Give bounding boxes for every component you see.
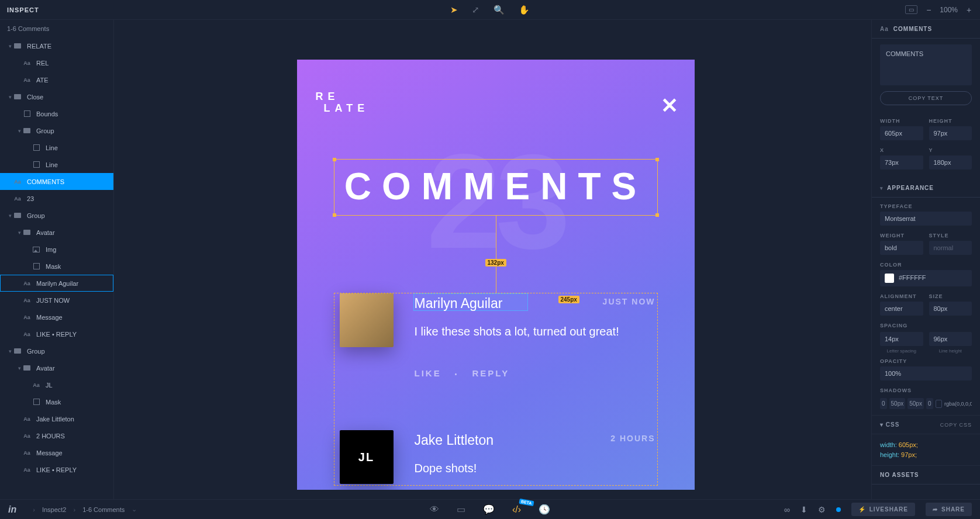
rect-icon <box>32 160 41 169</box>
zoom-in-button[interactable]: + <box>965 5 973 15</box>
folder-icon <box>13 347 22 356</box>
liveshare-button[interactable]: ⚡ LIVESHARE <box>851 503 915 516</box>
layer-item[interactable]: AaLIKE • REPLY <box>0 326 113 342</box>
like-button[interactable]: LIKE <box>415 368 441 378</box>
layer-label: Group <box>27 212 45 219</box>
layer-item[interactable]: Mask <box>0 258 113 275</box>
layer-item[interactable]: Aa23 <box>0 190 113 207</box>
css-code[interactable]: width: 605px; height: 97px; <box>872 434 980 465</box>
zoom-level[interactable]: 100% <box>940 6 958 14</box>
inspect-mode-icon[interactable]: ‹/›BETA <box>512 504 521 515</box>
layer-item[interactable]: AaJL <box>0 376 113 393</box>
appearance-header[interactable]: APPEARANCE <box>872 179 980 198</box>
reply-button[interactable]: REPLY <box>472 368 510 378</box>
layer-label: Avatar <box>36 365 55 372</box>
opacity-input[interactable]: 100% <box>880 366 972 380</box>
layer-item[interactable]: AaJake Littleton <box>0 410 113 427</box>
invision-logo[interactable]: in <box>8 504 16 515</box>
artboard[interactable]: RE LATE ✕ 23 COMMENTS 132px 147px <box>297 60 695 490</box>
folder-icon <box>22 228 32 237</box>
color-input[interactable]: #FFFFFF <box>880 270 972 286</box>
layer-item[interactable]: ▾Avatar <box>0 359 113 376</box>
layer-item[interactable]: ▾RELATE <box>0 37 113 54</box>
layer-label: COMMENTS <box>27 178 64 185</box>
weight-input[interactable]: bold <box>880 241 923 255</box>
layer-item[interactable]: Line <box>0 139 113 156</box>
pointer-tool-icon[interactable]: ➤ <box>450 5 458 15</box>
layer-item[interactable]: Img <box>0 241 113 258</box>
layer-item[interactable]: ▾Close <box>0 88 113 105</box>
layer-item[interactable]: Aa2 HOURS <box>0 427 113 444</box>
settings-icon[interactable]: ⚙ <box>818 505 826 514</box>
shadow-values[interactable]: 0 50px 50px 0 rgba(0,0,0,0.1) <box>872 396 980 415</box>
copy-text-button[interactable]: COPY TEXT <box>880 91 972 105</box>
build-mode-icon[interactable]: ▭ <box>457 504 465 515</box>
y-label: Y <box>929 147 972 153</box>
layer-item[interactable]: ▾Avatar <box>0 224 113 241</box>
layers-breadcrumb[interactable]: 1-6 Comments <box>0 20 113 37</box>
canvas[interactable]: RE LATE ✕ 23 COMMENTS 132px 147px <box>114 20 871 499</box>
layer-item[interactable]: ▾Group <box>0 207 113 224</box>
zoom-tool-icon[interactable]: 🔍 <box>494 5 505 15</box>
layer-item[interactable]: AaMarilyn Aguilar <box>0 275 113 292</box>
style-input[interactable]: normal <box>929 241 972 255</box>
rect-icon <box>22 109 32 119</box>
text-icon: Aa <box>22 448 32 458</box>
layer-label: ATE <box>36 77 49 84</box>
breadcrumb-screen[interactable]: 1-6 Comments <box>82 506 125 513</box>
folder-icon <box>22 364 32 373</box>
layer-label: Close <box>27 94 43 101</box>
layer-item[interactable]: AaREL <box>0 54 113 71</box>
color-label: COLOR <box>880 262 972 268</box>
layer-item[interactable]: AaLIKE • REPLY <box>0 461 113 478</box>
download-icon[interactable]: ⬇ <box>800 505 808 514</box>
size-input[interactable]: 80px <box>929 302 972 316</box>
layer-item[interactable]: AaCOMMENTS <box>0 173 113 190</box>
style-label: STYLE <box>929 233 972 238</box>
share-button[interactable]: ➦ SHARE <box>926 503 972 516</box>
layer-item[interactable]: ▾Group <box>0 122 113 139</box>
content-value-box[interactable]: COMMENTS <box>880 44 972 85</box>
device-toggle-icon[interactable]: ▭ <box>905 5 917 14</box>
comment-message: I like these shots a lot, turned out gre… <box>415 323 660 340</box>
comment-time: JUST NOW <box>603 297 655 306</box>
comment-author[interactable]: Marilyn Aguilar <box>415 296 503 312</box>
layer-item[interactable]: ▾Group <box>0 342 113 359</box>
x-input[interactable]: 73px <box>880 155 923 169</box>
layer-item[interactable]: AaMessage <box>0 444 113 461</box>
letter-spacing-input[interactable]: 14px <box>880 332 923 346</box>
layer-item[interactable]: Bounds <box>0 105 113 122</box>
preview-mode-icon[interactable]: 👁 <box>430 504 439 515</box>
layer-label: JUST NOW <box>36 297 70 304</box>
layer-label: Mask <box>46 399 61 406</box>
hand-tool-icon[interactable]: ✋ <box>519 5 530 15</box>
close-icon[interactable]: ✕ <box>661 94 678 118</box>
height-input[interactable]: 97px <box>929 126 972 140</box>
width-input[interactable]: 605px <box>880 126 923 140</box>
share-network-icon[interactable]: ∞ <box>784 505 790 514</box>
layer-label: LIKE • REPLY <box>36 466 77 473</box>
zoom-out-button[interactable]: − <box>924 5 933 15</box>
alignment-input[interactable]: center <box>880 302 923 316</box>
layer-item[interactable]: Mask <box>0 393 113 410</box>
chevron-down-icon[interactable]: ⌄ <box>132 506 137 513</box>
layer-item[interactable]: AaMessage <box>0 309 113 326</box>
layer-item[interactable]: AaATE <box>0 71 113 88</box>
comment-mode-icon[interactable]: 💬 <box>483 504 495 515</box>
copy-css-button[interactable]: COPY CSS <box>940 422 972 428</box>
expand-tool-icon[interactable]: ⤢ <box>472 5 479 15</box>
layer-item[interactable]: Line <box>0 156 113 173</box>
layer-label: Group <box>36 127 54 134</box>
text-icon: Aa <box>22 313 32 322</box>
layers-panel: 1-6 Comments ▾RELATEAaRELAaATE▾CloseBoun… <box>0 20 114 499</box>
y-input[interactable]: 180px <box>929 155 972 169</box>
history-mode-icon[interactable]: 🕓 <box>539 504 550 515</box>
layer-item[interactable]: AaJUST NOW <box>0 292 113 309</box>
breadcrumb-project[interactable]: Inspect2 <box>42 506 67 513</box>
presence-indicator[interactable] <box>836 507 841 512</box>
comment-actions: LIKE • REPLY <box>415 368 510 378</box>
typeface-input[interactable]: Montserrat <box>880 212 972 226</box>
layers-list: ▾RELATEAaRELAaATE▾CloseBounds▾GroupLineL… <box>0 37 113 499</box>
line-height-input[interactable]: 96px <box>929 332 972 346</box>
bottom-bar: in › Inspect2 › 1-6 Comments ⌄ 👁 ▭ 💬 ‹/›… <box>0 499 980 519</box>
